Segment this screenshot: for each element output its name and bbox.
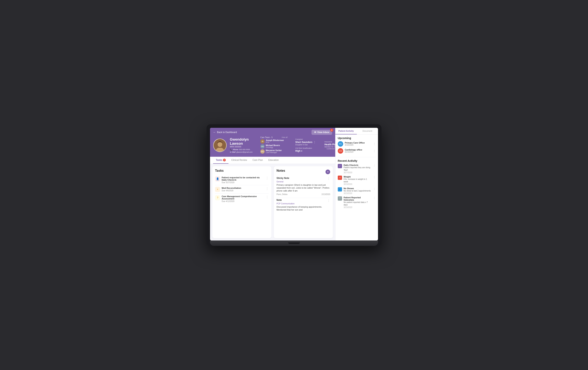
member-avatar-2: MG: [260, 149, 265, 154]
activity-item-0: ✓ Daily Check-In Patient reported they a…: [338, 164, 376, 174]
caregiver-block: Caregiver Sheri Saunders ⋮ Daughter-in-l…: [295, 138, 317, 152]
activity-icon-3: ?: [338, 196, 342, 201]
tab-tasks[interactable]: Tasks 3: [213, 157, 229, 164]
upcoming-menu-1[interactable]: ⋮: [373, 149, 376, 152]
member-info-2: Maryanne Gerber Care Manager: [266, 149, 282, 153]
task-name-0: Patient requested to be contacted via Da…: [222, 176, 264, 181]
tasks-badge: 3: [223, 159, 226, 161]
activity-item-2: 👥 No Shows No show to last 2 appointment…: [338, 187, 376, 194]
patient-avatar: [213, 139, 227, 152]
caregiver-name: Sheri Saunders: [295, 141, 313, 143]
recent-activity-section: Recent Activity ✓ Daily Check-In Patient…: [336, 157, 378, 212]
activity-name-3: Patient Reported Outcomes: [344, 196, 372, 201]
laptop-frame: ← Back to Dashboard ✉ View Inbox 3: [207, 124, 381, 246]
task-menu-2[interactable]: ⋮: [266, 195, 269, 199]
activity-item-1: ⚖ Weight 8 lb. increase in weight in 1 w…: [338, 176, 376, 185]
activity-date-2: 3/23/2020: [344, 192, 372, 194]
app-container: ← Back to Dashboard ✉ View Inbox 3: [210, 128, 378, 240]
back-arrow-icon: ←: [213, 131, 216, 134]
tab-care-plan[interactable]: Care Plan: [250, 157, 266, 164]
care-member-0: JB Joseph Blinderman PCP: [260, 139, 288, 143]
activity-details-3: Patient Reported Outcomes No patient rep…: [344, 196, 372, 208]
task-icon-1: +: [215, 187, 220, 192]
activity-name-1: Weight: [344, 176, 372, 178]
activity-icon-0: ✓: [338, 164, 342, 168]
activity-name-2: No Shows: [344, 187, 372, 190]
activity-menu-0[interactable]: ⋮: [373, 164, 376, 167]
upcoming-avatar-1: CO: [338, 148, 343, 154]
activity-details-2: No Shows No show to last 2 appointments …: [344, 187, 372, 194]
activity-desc-3: No patient reported data x 7 days: [344, 201, 372, 206]
activity-menu-3[interactable]: ⋮: [373, 196, 376, 199]
insurance-block: Insurance Health Plan Member ID: 0000000…: [325, 141, 335, 150]
upcoming-menu-0[interactable]: ⋮: [373, 142, 376, 145]
caregiver-label: Caregiver: [295, 138, 317, 140]
tasks-card-title: Tasks: [215, 169, 269, 172]
note-menu-1[interactable]: ⋮: [327, 199, 330, 202]
note-footer-0: Penn, Debra 2/13/2020: [276, 193, 330, 195]
svg-point-1: [218, 142, 222, 147]
note-text-0: Primary caregiver (Sheri) is daughter-in…: [276, 184, 330, 192]
activity-desc-2: No show to last 2 appointments: [344, 190, 372, 192]
activity-menu-2[interactable]: ⋮: [373, 187, 376, 190]
notes-card: Notes + Sticky Note ⋮ General Primary ca…: [274, 166, 333, 238]
mail-label: Mail: [232, 151, 236, 153]
care-member-2: MG Maryanne Gerber Care Manager: [260, 149, 288, 154]
upcoming-item-0: PC Primary Care Office 3/18/2020 ⋮: [338, 141, 376, 147]
activity-details-1: Weight 8 lb. increase in weight in 1 wee…: [344, 176, 372, 185]
member-name-1: Michael Bevers: [266, 144, 280, 146]
tab-education[interactable]: Education: [266, 157, 281, 164]
cm-risk-value: High ▾: [295, 150, 317, 152]
header-top: ← Back to Dashboard ✉ View Inbox 3: [213, 130, 332, 135]
notes-header: Notes +: [276, 169, 330, 175]
task-due-0: Due 3/27/2020: [222, 181, 264, 184]
back-label: Back to Dashboard: [217, 131, 237, 134]
mail-icon: ✉: [230, 151, 231, 153]
tab-care-plan-label: Care Plan: [252, 159, 263, 161]
right-panel: Patient Activity Document Upcoming PC Pr…: [335, 128, 378, 240]
note-section-1: Note ⋮ PCP Communication Discussed impor…: [276, 199, 330, 211]
note-date-0: 2/13/2020: [322, 193, 330, 195]
task-item-2: ? Care Management Comprehensive Assessme…: [215, 194, 269, 204]
activity-menu-1[interactable]: ⋮: [373, 176, 376, 179]
email-value: glawson@gmail.com: [236, 151, 252, 153]
insurance-label: Insurance: [325, 141, 335, 143]
check-icon: ✓: [325, 148, 326, 150]
note-text-1: Discussed importance of keeping appointm…: [276, 206, 330, 211]
note-tag-1: PCP Communication: [276, 203, 330, 205]
view-all-link[interactable]: View all: [282, 136, 288, 138]
task-name-2: Care Management Comprehensive Assessment: [222, 195, 264, 200]
rp-tab-document[interactable]: Document: [357, 128, 378, 134]
patient-mrn: MRN 000000: [230, 146, 252, 148]
view-inbox-button[interactable]: ✉ View Inbox 3: [312, 130, 332, 135]
risk-chevron-icon: ▾: [301, 150, 302, 152]
view-inbox-label: View Inbox: [317, 131, 329, 134]
member-role-1: Oncology: [266, 146, 280, 148]
upcoming-details-1: Cardiology office 3/23/2020: [345, 149, 371, 153]
task-menu-1[interactable]: ⋮: [266, 187, 269, 190]
task-menu-0[interactable]: ⋮: [266, 176, 269, 180]
inbox-icon: ✉: [314, 131, 316, 134]
task-details-1: Med Reconciliation Due 4/6/2020: [222, 187, 264, 192]
upcoming-name-0: Primary Care Office: [345, 142, 371, 144]
tab-clinical-review[interactable]: Clinical Review: [229, 157, 250, 164]
member-info-0: Joseph Blinderman PCP: [266, 139, 284, 143]
insurance-member-id: Member ID: 0000000: [325, 146, 335, 148]
task-item-1: + Med Reconciliation Due 4/6/2020 ⋮: [215, 185, 269, 194]
activity-desc-1: 8 lb. increase in weight in 1 week: [344, 178, 372, 183]
rp-tab-patient-activity[interactable]: Patient Activity: [336, 128, 357, 134]
recent-activity-title: Recent Activity: [338, 159, 376, 162]
care-team-members: JB Joseph Blinderman PCP MB Mic: [260, 139, 288, 154]
patient-name: Gwendolyn Lawson: [230, 138, 252, 146]
insurance-name: Health Plan: [325, 143, 335, 146]
patient-contact: 📞 Phone 555-555-5555 ✉ Mail glawson@gmai…: [230, 149, 252, 153]
member-avatar-0: JB: [260, 139, 265, 143]
note-menu-0[interactable]: ⋮: [327, 177, 330, 180]
care-team-count: Care Team - 5: [260, 136, 273, 139]
activity-icon-2: 👥: [338, 187, 342, 191]
upcoming-section: Upcoming PC Primary Care Office 3/18/202…: [336, 135, 378, 157]
add-note-button[interactable]: +: [326, 170, 330, 174]
upcoming-date-0: 3/18/2020: [345, 144, 371, 146]
caregiver-menu[interactable]: ⋮: [313, 141, 316, 144]
back-to-dashboard-button[interactable]: ← Back to Dashboard: [213, 131, 237, 134]
